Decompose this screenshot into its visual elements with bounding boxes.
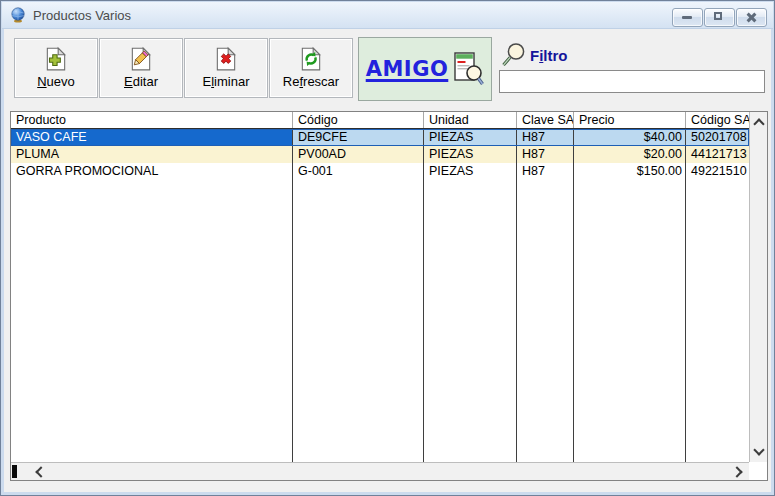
table-cell[interactable]: PIEZAS: [424, 129, 517, 146]
scroll-right-icon[interactable]: [731, 466, 742, 477]
table-header-row: ProductoCódigoUnidadClave SATPrecioCódig…: [11, 112, 749, 129]
table-cell[interactable]: H87: [517, 163, 574, 180]
window-title: Productos Varios: [33, 8, 131, 23]
column-header-3[interactable]: Unidad: [424, 112, 517, 128]
scrollbar-corner: [749, 462, 767, 480]
column-divider: [516, 129, 517, 462]
refresh-arrows-icon: [298, 46, 324, 72]
magnifier-icon: [501, 42, 527, 69]
column-header-6[interactable]: Código SAT: [686, 112, 749, 128]
products-grid: ProductoCódigoUnidadClave SATPrecioCódig…: [10, 111, 768, 481]
scroll-down-icon[interactable]: [753, 444, 764, 455]
table-cell[interactable]: PLUMA: [11, 146, 293, 163]
scroll-up-icon[interactable]: [753, 118, 764, 129]
table-cell[interactable]: H87: [517, 146, 574, 163]
editar-button[interactable]: Editar: [99, 38, 183, 98]
table-body[interactable]: VASO CAFEDE9CFEPIEZASH87$40.0050201708PL…: [11, 129, 749, 462]
brand-label: AMIGO: [366, 57, 449, 81]
column-header-1[interactable]: Producto: [11, 112, 293, 128]
table-cell[interactable]: PV00AD: [293, 146, 424, 163]
h-scrollbar-thumb[interactable]: [12, 465, 17, 478]
table-cell[interactable]: DE9CFE: [293, 129, 424, 146]
table-cell[interactable]: PIEZAS: [424, 146, 517, 163]
table-cell[interactable]: 49221510: [686, 163, 749, 180]
column-divider: [292, 129, 293, 462]
titlebar: Productos Varios: [2, 2, 773, 29]
filter-label: Filtro: [530, 47, 568, 64]
catalog-search-icon: [452, 51, 484, 87]
delete-cross-icon: [213, 46, 239, 72]
refrescar-label: Refrescar: [270, 74, 352, 89]
horizontal-scrollbar[interactable]: [11, 462, 749, 480]
nuevo-label: Nuevo: [15, 74, 97, 89]
table-row-1[interactable]: VASO CAFEDE9CFEPIEZASH87$40.0050201708: [11, 129, 749, 146]
app-window: Productos Varios Nuevo Editar Eliminar: [0, 0, 775, 496]
table-cell[interactable]: VASO CAFE: [11, 129, 293, 146]
column-divider: [423, 129, 424, 462]
table-cell[interactable]: 44121713: [686, 146, 749, 163]
edit-pencil-icon: [128, 46, 154, 72]
minimize-button[interactable]: [672, 8, 703, 27]
table-cell[interactable]: 50201708: [686, 129, 749, 146]
globe-icon: [10, 7, 26, 23]
table-cell[interactable]: G-001: [293, 163, 424, 180]
table-cell[interactable]: $40.00: [574, 129, 686, 146]
maximize-icon: [705, 9, 734, 26]
minimize-icon: [673, 9, 702, 26]
column-header-4[interactable]: Clave SAT: [517, 112, 574, 128]
maximize-button[interactable]: [704, 8, 735, 27]
nuevo-button[interactable]: Nuevo: [14, 38, 98, 98]
column-divider: [573, 129, 574, 462]
table-cell[interactable]: GORRA PROMOCIONAL: [11, 163, 293, 180]
table-cell[interactable]: H87: [517, 129, 574, 146]
vertical-scrollbar[interactable]: [749, 112, 767, 462]
eliminar-button[interactable]: Eliminar: [184, 38, 268, 98]
table-cell[interactable]: $150.00: [574, 163, 686, 180]
filter-input[interactable]: [499, 70, 765, 93]
brand-panel: AMIGO: [358, 37, 492, 101]
column-header-2[interactable]: Código: [293, 112, 424, 128]
editar-label: Editar: [100, 74, 182, 89]
close-button[interactable]: [736, 8, 767, 27]
table-cell[interactable]: PIEZAS: [424, 163, 517, 180]
table-row-2[interactable]: PLUMAPV00ADPIEZASH87$20.0044121713: [11, 146, 749, 163]
column-header-5[interactable]: Precio: [574, 112, 686, 128]
table-cell[interactable]: $20.00: [574, 146, 686, 163]
new-document-icon: [43, 46, 69, 72]
eliminar-label: Eliminar: [185, 74, 267, 89]
table-row-3[interactable]: GORRA PROMOCIONALG-001PIEZASH87$150.0049…: [11, 163, 749, 180]
scroll-left-icon[interactable]: [35, 466, 46, 477]
column-divider: [685, 129, 686, 462]
refrescar-button[interactable]: Refrescar: [269, 38, 353, 98]
close-icon: [737, 9, 766, 26]
